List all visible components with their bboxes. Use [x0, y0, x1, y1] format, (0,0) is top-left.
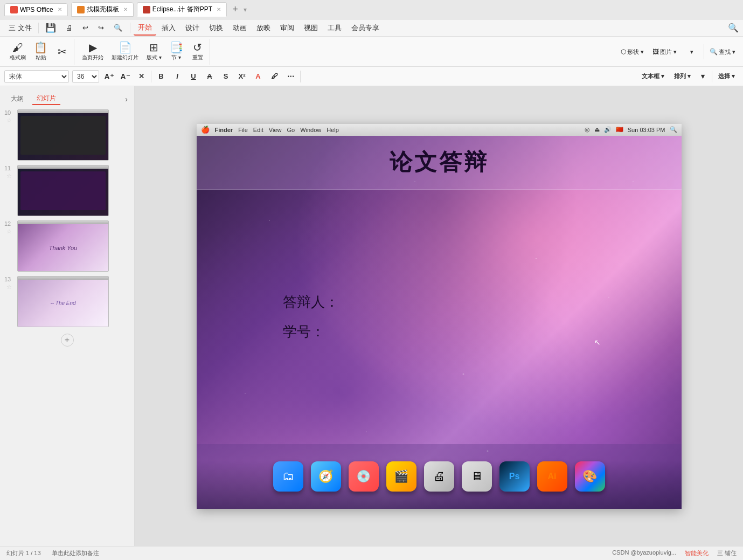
new-slide-button[interactable]: 📄 新建幻灯片	[108, 40, 142, 64]
textbox-button[interactable]: 文本框 ▾	[638, 70, 668, 83]
font-family-select[interactable]: 宋体	[4, 70, 69, 83]
format-brush-label: 格式刷	[10, 54, 26, 61]
decrease-font-button[interactable]: A⁻	[119, 70, 131, 83]
image-label: 图片 ▾	[660, 48, 677, 56]
toolbar-vsep	[704, 44, 704, 59]
apple-icon: 🍎	[201, 126, 210, 134]
new-slide-icon: 📄	[119, 42, 132, 53]
slide-thumb-10[interactable]	[17, 109, 109, 161]
slide-item-11[interactable]: 11 ☆	[0, 163, 134, 218]
tab-wps[interactable]: WPS Office ✕	[4, 3, 68, 16]
notes-placeholder[interactable]: 单击此处添加备注	[52, 549, 99, 557]
cut-button[interactable]: ✂	[52, 40, 72, 64]
menu-tools[interactable]: 工具	[323, 21, 346, 35]
slide-item-10[interactable]: 10 ☆	[0, 107, 134, 163]
shape-button[interactable]: ⬡ 形状 ▾	[617, 44, 647, 59]
menu-file[interactable]: 三 文件	[4, 21, 36, 35]
highlight-button[interactable]: 🖊	[268, 70, 281, 83]
menu-design[interactable]: 设计	[181, 21, 204, 35]
slide-star-11[interactable]: ☆	[6, 172, 12, 179]
slide-13-label: -- The End	[50, 300, 75, 306]
superscript-button[interactable]: X²	[235, 70, 248, 83]
reset-icon: ↺	[193, 42, 202, 53]
slide-main-title: 论文答辩	[390, 147, 489, 177]
slide-fields-area: 答辩人： 学号： ↖	[197, 190, 682, 444]
find-button[interactable]: 🔍 查找 ▾	[706, 44, 739, 59]
sidebar-collapse-button[interactable]: ›	[125, 95, 128, 103]
strikethrough-button[interactable]: A	[203, 70, 216, 83]
menu-separator	[38, 23, 39, 33]
menu-view[interactable]: 视图	[300, 21, 322, 35]
dock-safari-icon: 🧭	[311, 461, 341, 492]
menu-vip[interactable]: 会员专享	[347, 21, 384, 35]
thumb-desktop-10	[18, 113, 108, 160]
slide-student-id-field: 学号：	[283, 322, 595, 341]
clear-format-button[interactable]: ✕	[135, 70, 148, 83]
more-format-button[interactable]: ⋯	[284, 70, 297, 83]
mac-view-menu: View	[269, 127, 282, 133]
add-slide-button[interactable]: +	[61, 334, 74, 347]
menu-start[interactable]: 开始	[134, 20, 156, 36]
toolbar-group-slide: ▶ 当页开始 📄 新建幻灯片 ⊞ 版式 ▾ 📑 节 ▾ ↺ 重置	[77, 39, 210, 65]
arrange-button[interactable]: 排列 ▾	[670, 70, 695, 83]
image-button[interactable]: 🖼 图片 ▾	[649, 44, 680, 59]
more-right-button[interactable]: ▾	[697, 70, 710, 83]
bold-button[interactable]: B	[155, 70, 168, 83]
slide-item-12[interactable]: 12 ☆ Thank You	[0, 218, 134, 274]
shadow-button[interactable]: S	[219, 70, 232, 83]
menu-bar: 三 文件 💾 🖨 ↩ ↪ 🔍 开始 插入 设计 切换 动画 放映 审阅 视图 工…	[0, 19, 743, 37]
menu-insert[interactable]: 插入	[157, 21, 180, 35]
slide-thumb-13[interactable]: -- The End	[17, 276, 109, 327]
slide-13-content: -- The End	[18, 276, 108, 327]
menu-save[interactable]: 💾	[41, 20, 60, 35]
fit-button[interactable]: 三 铺住	[717, 549, 737, 557]
menu-print[interactable]: 🖨	[61, 22, 77, 34]
slide-number-12: 12	[4, 220, 14, 227]
tab-ppt[interactable]: Eclipse...计 答辩PPT ✕	[137, 2, 227, 17]
dock-video-icon: 🎬	[386, 461, 416, 492]
reset-button[interactable]: ↺ 重置	[188, 40, 207, 64]
menu-review[interactable]: 审阅	[276, 21, 298, 35]
underline-button[interactable]: U	[187, 70, 200, 83]
start-from-current-button[interactable]: ▶ 当页开始	[79, 40, 107, 64]
slide-thumb-11[interactable]	[17, 165, 109, 216]
sidebar-tab-outline[interactable]: 大纲	[6, 93, 28, 105]
tab-more[interactable]: ▾	[244, 6, 247, 13]
tab-wps-label: WPS Office	[20, 6, 53, 13]
tab-template-close[interactable]: ✕	[123, 6, 128, 12]
menu-animate[interactable]: 动画	[228, 21, 251, 35]
section-button[interactable]: 📑 节 ▾	[166, 40, 186, 64]
tab-ppt-close[interactable]: ✕	[217, 6, 221, 12]
tab-wps-close[interactable]: ✕	[58, 6, 62, 12]
menu-find-icon[interactable]: 🔍	[109, 22, 127, 34]
menu-undo[interactable]: ↩	[78, 22, 93, 34]
italic-button[interactable]: I	[171, 70, 184, 83]
menu-present[interactable]: 放映	[252, 21, 275, 35]
add-tab-button[interactable]: +	[232, 4, 238, 15]
slide-thumb-12[interactable]: Thank You	[17, 220, 109, 272]
slide-star-12[interactable]: ☆	[6, 228, 12, 235]
select-button[interactable]: 选择 ▾	[714, 70, 739, 83]
slide-11-content	[18, 165, 108, 216]
paste-button[interactable]: 📋 粘贴	[31, 40, 51, 64]
increase-font-button[interactable]: A⁺	[102, 70, 115, 83]
font-size-select[interactable]: 36	[72, 70, 99, 83]
toolbar-right: ⬡ 形状 ▾ 🖼 图片 ▾ ▾ 🔍 查找 ▾	[617, 44, 739, 59]
sidebar-tab-slides[interactable]: 幻灯片	[32, 93, 60, 105]
slide-item-13[interactable]: 13 ☆ -- The End	[0, 274, 134, 329]
ai-beautify[interactable]: 智能美化	[685, 549, 709, 557]
slide-star-13[interactable]: ☆	[6, 284, 12, 291]
tab-template[interactable]: 找模壳模板 ✕	[71, 2, 134, 17]
mac-status-right: ◎ ⏏ 🔊 🇨🇳 Sun 03:03 PM 🔍	[585, 126, 677, 133]
menu-redo[interactable]: ↪	[94, 22, 108, 34]
reset-label: 重置	[192, 54, 203, 61]
slide-display[interactable]: 🍎 Finder File Edit View Go Window Help ◎…	[197, 124, 682, 509]
format-brush-button[interactable]: 🖌 格式刷	[6, 40, 29, 64]
menu-search-icon[interactable]: 🔍	[728, 23, 739, 33]
font-color-button[interactable]: A	[252, 70, 265, 83]
more-button[interactable]: ▾	[682, 44, 702, 59]
menu-switch[interactable]: 切换	[205, 21, 227, 35]
slide-star-10[interactable]: ☆	[6, 117, 12, 124]
slide-title-band: 论文答辩	[197, 136, 682, 190]
layout-button[interactable]: ⊞ 版式 ▾	[143, 40, 165, 64]
